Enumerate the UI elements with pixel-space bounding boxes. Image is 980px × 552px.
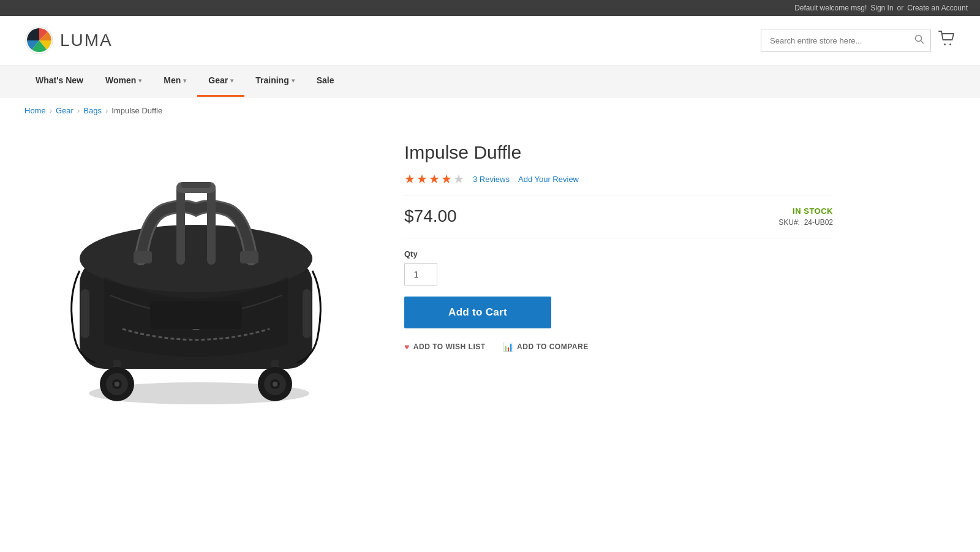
svg-rect-8	[134, 251, 152, 263]
stock-status: IN STOCK	[778, 206, 833, 216]
heart-icon: ♥	[404, 342, 410, 352]
svg-rect-24	[207, 185, 216, 265]
header: LUMA	[0, 16, 980, 66]
nav-item-men[interactable]: Men ▾	[153, 66, 197, 97]
cart-button[interactable]	[938, 31, 956, 50]
breadcrumb-separator: ›	[77, 106, 80, 115]
stock-sku: IN STOCK SKU#: 24-UB02	[778, 206, 833, 227]
add-to-cart-button[interactable]: Add to Cart	[404, 297, 551, 328]
price-stock-row: $74.00 IN STOCK SKU#: 24-UB02	[404, 206, 833, 227]
svg-point-17	[115, 382, 119, 387]
add-review-link[interactable]: Add Your Review	[518, 175, 579, 184]
svg-point-3	[944, 43, 946, 45]
product-price: $74.00	[404, 206, 457, 226]
chevron-down-icon: ▾	[183, 77, 186, 84]
breadcrumb-current: Impulse Duffle	[111, 106, 162, 115]
nav-item-what's-new[interactable]: What's New	[24, 66, 94, 97]
divider	[404, 238, 833, 238]
star-2: ★	[417, 172, 428, 186]
search-input[interactable]	[761, 31, 908, 50]
product-image-area	[24, 136, 368, 424]
top-bar: Default welcome msg! Sign In or Create a…	[0, 0, 980, 16]
logo-area[interactable]: LUMA	[24, 26, 113, 55]
chevron-down-icon: ▾	[230, 77, 233, 84]
svg-rect-27	[150, 301, 242, 329]
search-bar[interactable]	[761, 29, 931, 52]
header-right	[761, 29, 956, 52]
main-nav: What's NewWomen ▾Men ▾Gear ▾Training ▾Sa…	[0, 66, 980, 97]
breadcrumb-separator: ›	[105, 106, 108, 115]
nav-item-training[interactable]: Training ▾	[244, 66, 305, 97]
product-page: Impulse Duffle ★★★★★ 3 Reviews Add Your …	[0, 124, 858, 461]
star-rating: ★★★★★	[404, 172, 464, 186]
search-icon	[914, 34, 924, 44]
star-3: ★	[429, 172, 440, 186]
reviews-link[interactable]: 3 Reviews	[473, 175, 510, 184]
qty-input[interactable]	[404, 263, 437, 285]
product-title: Impulse Duffle	[404, 142, 833, 163]
chevron-down-icon: ▾	[138, 77, 141, 84]
svg-rect-11	[303, 289, 311, 338]
breadcrumb-link-home[interactable]: Home	[24, 106, 46, 115]
svg-rect-10	[81, 289, 89, 338]
compare-icon: 📊	[503, 342, 514, 352]
product-image	[43, 148, 349, 412]
cart-icon	[938, 31, 956, 47]
action-links: ♥ ADD TO WISH LIST 📊 ADD TO COMPARE	[404, 342, 833, 352]
breadcrumb-link-gear[interactable]: Gear	[56, 106, 74, 115]
chevron-down-icon: ▾	[292, 77, 295, 84]
star-5: ★	[453, 172, 464, 186]
create-account-link[interactable]: Create an Account	[907, 4, 968, 12]
logo-icon	[24, 26, 54, 55]
search-button[interactable]	[908, 29, 930, 51]
add-to-wishlist-link[interactable]: ♥ ADD TO WISH LIST	[404, 342, 486, 352]
welcome-message: Default welcome msg!	[794, 4, 867, 12]
breadcrumb: Home›Gear›Bags›Impulse Duffle	[0, 97, 980, 124]
nav-item-women[interactable]: Women ▾	[94, 66, 153, 97]
nav-item-sale[interactable]: Sale	[306, 66, 345, 97]
qty-label: Qty	[404, 249, 833, 259]
svg-rect-9	[240, 251, 258, 263]
product-sku: SKU#: 24-UB02	[778, 218, 833, 227]
svg-rect-23	[176, 185, 185, 265]
or-text: or	[897, 4, 904, 12]
breadcrumb-items-container: Home›Gear›Bags›Impulse Duffle	[24, 106, 162, 115]
sign-in-link[interactable]: Sign In	[870, 4, 893, 12]
product-details: Impulse Duffle ★★★★★ 3 Reviews Add Your …	[404, 136, 833, 424]
star-1: ★	[404, 172, 415, 186]
svg-point-22	[273, 382, 277, 387]
svg-line-2	[921, 41, 924, 43]
logo-text: LUMA	[60, 31, 113, 50]
svg-point-4	[949, 43, 951, 45]
add-to-compare-link[interactable]: 📊 ADD TO COMPARE	[503, 342, 589, 352]
rating-row: ★★★★★ 3 Reviews Add Your Review	[404, 172, 833, 195]
breadcrumb-link-bags[interactable]: Bags	[83, 106, 102, 115]
breadcrumb-separator: ›	[50, 106, 52, 115]
product-image-wrapper	[24, 136, 368, 424]
star-4: ★	[441, 172, 452, 186]
nav-item-gear[interactable]: Gear ▾	[197, 66, 244, 97]
svg-rect-26	[181, 182, 211, 188]
